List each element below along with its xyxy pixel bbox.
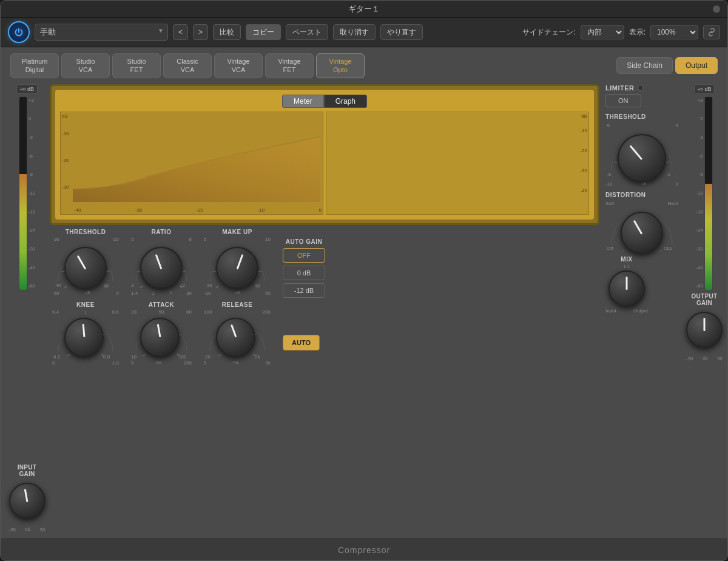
tab-classic-vca[interactable]: ClassicVCA — [163, 53, 212, 78]
autogain-off-button[interactable]: OFF — [283, 248, 325, 263]
bottom-bar: Compressor — [1, 539, 727, 560]
nav-forward-button[interactable]: > — [193, 24, 208, 40]
right-panel: LIMITER ON THRESHOLD -6-4 — [605, 84, 718, 532]
display-select[interactable]: 100% — [650, 25, 698, 39]
makeup-section: MAKE UP 510 — [204, 229, 271, 296]
tab-studio-fet[interactable]: StudioFET — [112, 53, 161, 78]
attack-top-scale: 205080 — [131, 309, 192, 315]
autogain-title: AUTO GAIN — [286, 238, 322, 245]
svg-line-30 — [258, 270, 261, 271]
autogain-minus12db-button[interactable]: -12 dB — [283, 283, 325, 298]
limiter-indicator — [638, 85, 644, 91]
output-meter-top-label: -∞ dB — [694, 84, 715, 94]
copy-button[interactable]: コピー — [246, 24, 281, 40]
svg-line-7 — [64, 286, 67, 287]
ratio-knob-indicator — [155, 254, 163, 269]
output-meter-bar — [704, 96, 713, 291]
limiter-area: LIMITER ON THRESHOLD -6-4 — [605, 84, 678, 314]
title-bar: ギター１ — [1, 1, 727, 18]
svg-line-64 — [621, 250, 624, 251]
bottom-label: Compressor — [338, 545, 390, 555]
output-gain-knob[interactable] — [686, 312, 723, 348]
attack-section: ATTACK 205080 — [131, 301, 192, 366]
attack-knob-area: 10 160 — [131, 315, 192, 360]
display-area: Meter Graph dB -10-20-30 — [50, 84, 599, 225]
input-meter-bar — [19, 96, 27, 291]
svg-line-16 — [140, 286, 143, 287]
makeup-knob-area: -15 40 — [204, 242, 271, 291]
output-gain-knob-wrap — [683, 309, 726, 354]
mix-title: MIX — [621, 256, 632, 263]
auto-button[interactable]: AUTO — [283, 335, 320, 351]
left-graph: dB -10-20-30 -40-30-20-100 — [60, 112, 323, 215]
close-btn[interactable] — [713, 5, 720, 13]
link-button[interactable] — [703, 25, 720, 39]
preset-dropdown[interactable]: 手動 ▼ — [35, 24, 168, 41]
mix-knob-section: MIX 1:1 InputOutput — [605, 256, 648, 314]
input-gain-label: INPUT GAIN — [10, 464, 44, 477]
mix-scale-top: 1:1 — [623, 264, 630, 269]
sidechain-view-button[interactable]: Side Chain — [616, 57, 673, 74]
display-inner: Meter Graph dB -10-20-30 — [55, 90, 594, 220]
nav-back-button[interactable]: < — [173, 24, 188, 40]
svg-text:2k: 2k — [255, 354, 260, 360]
ratio-title: RATIO — [152, 229, 172, 235]
undo-button[interactable]: 取り消す — [333, 24, 376, 40]
input-gain-knob-indicator — [24, 489, 28, 502]
makeup-title: MAKE UP — [222, 229, 252, 235]
attack-knob[interactable] — [140, 318, 180, 357]
release-bottom-scale: 5ms5k — [204, 360, 271, 366]
graphs-container: dB -10-20-30 -40-30-20-100 — [60, 112, 589, 215]
distortion-title: DISTORTION — [605, 192, 678, 198]
ratio-knob[interactable] — [140, 247, 183, 289]
sidechain-select[interactable]: 内部 — [581, 25, 624, 39]
sidechain-label: サイドチェーン: — [522, 27, 575, 38]
main-content: PlatinumDigital StudioVCA StudioFET Clas… — [1, 47, 727, 539]
svg-text:10: 10 — [131, 354, 136, 360]
release-knob-indicator — [231, 324, 237, 337]
compare-button[interactable]: 比較 — [213, 24, 241, 40]
threshold-right-knob-area: -8 -2 — [605, 130, 678, 179]
knee-knob[interactable] — [64, 318, 104, 357]
paste-button[interactable]: ペースト — [286, 24, 328, 40]
svg-line-48 — [218, 354, 221, 356]
output-meter-scale: +30-3-6-9-12-18-24-30-40-60 — [696, 96, 703, 291]
graph-tab[interactable]: Graph — [324, 95, 367, 108]
controls-row2: KNEE 0.4|0.6 0 — [50, 301, 599, 366]
top-right-controls: サイドチェーン: 内部 表示: 100% — [522, 25, 720, 39]
auto-btn-area: AUTO — [283, 335, 320, 351]
output-view-button[interactable]: Output — [675, 57, 718, 74]
limiter-on-button[interactable]: ON — [605, 94, 641, 107]
input-gain-knob-wrap — [6, 480, 49, 525]
meter-tab[interactable]: Meter — [282, 95, 324, 108]
ratio-knob-area: 3 12 — [131, 242, 192, 291]
distortion-knob[interactable] — [621, 212, 663, 254]
threshold-right-knob-indicator — [630, 145, 643, 160]
knee-bottom-scale: 01.0 — [52, 360, 119, 366]
tab-studio-vca[interactable]: StudioVCA — [61, 53, 110, 78]
controls-row1: THRESHOLD -30-20 — [50, 229, 599, 298]
power-button[interactable] — [8, 21, 30, 43]
redo-button[interactable]: やり直す — [380, 24, 423, 40]
input-meter-fill — [19, 174, 27, 290]
threshold-right-top-scale: -6-4 — [605, 123, 678, 128]
tab-vintage-vca[interactable]: VintageVCA — [214, 53, 263, 78]
release-knob[interactable] — [216, 318, 255, 357]
autogain-0db-button[interactable]: 0 dB — [283, 266, 325, 280]
input-meter-top-label: -∞ dB — [16, 84, 38, 94]
autogain-section: AUTO GAIN OFF 0 dB -12 dB — [283, 238, 325, 298]
threshold-knob[interactable] — [64, 247, 107, 289]
distortion-knob-indicator — [633, 220, 643, 234]
mix-area: MIX 1:1 InputOutput — [605, 256, 678, 314]
tab-vintage-opto[interactable]: VintageOpto — [316, 53, 365, 78]
tab-vintage-fet[interactable]: VintageFET — [265, 53, 314, 78]
makeup-knob[interactable] — [216, 247, 258, 289]
threshold-right-knob[interactable] — [618, 134, 666, 183]
input-gain-knob[interactable] — [9, 483, 46, 519]
knee-top-scale: 0.4|0.6 — [52, 309, 119, 315]
type-tabs-row: PlatinumDigital StudioVCA StudioFET Clas… — [10, 53, 718, 78]
mix-knob[interactable] — [608, 270, 645, 307]
threshold-knob-area: -40 -10 — [52, 242, 119, 291]
distortion-labels: SoftHard — [605, 201, 678, 206]
tab-platinum-digital[interactable]: PlatinumDigital — [10, 53, 59, 78]
